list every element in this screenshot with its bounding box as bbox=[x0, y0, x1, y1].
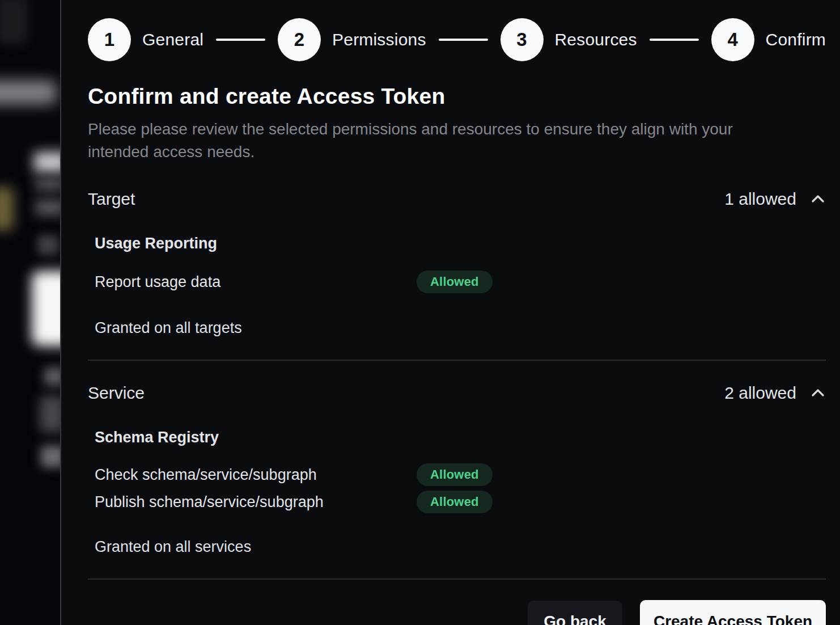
backdrop-blur-shape bbox=[35, 178, 60, 191]
permission-label: Check schema/service/subgraph bbox=[95, 466, 417, 484]
permission-label: Report usage data bbox=[95, 273, 417, 291]
step-number-circle: 3 bbox=[500, 18, 544, 61]
page-title: Confirm and create Access Token bbox=[88, 84, 826, 109]
step-confirm[interactable]: 4 Confirm bbox=[711, 18, 826, 61]
step-number-circle: 4 bbox=[711, 18, 754, 61]
step-general[interactable]: 1 General bbox=[88, 18, 203, 61]
permission-row: Report usage data Allowed bbox=[95, 271, 826, 293]
backdrop-blur-shape bbox=[37, 235, 59, 255]
backdrop-blur-shape bbox=[0, 81, 57, 104]
step-number-circle: 2 bbox=[278, 18, 321, 61]
section-target: Target 1 allowed Usage Reporting Report … bbox=[88, 163, 826, 361]
permission-row: Publish schema/service/subgraph Allowed bbox=[95, 491, 826, 513]
section-service-header[interactable]: Service 2 allowed bbox=[88, 383, 826, 403]
step-number-circle: 1 bbox=[88, 18, 131, 61]
step-label: General bbox=[142, 30, 203, 49]
chevron-up-icon[interactable] bbox=[810, 191, 826, 207]
stepper-connector bbox=[216, 39, 265, 41]
step-label: Resources bbox=[555, 30, 637, 49]
section-name: Service bbox=[88, 383, 145, 403]
section-service: Service 2 allowed Schema Registry Check … bbox=[88, 361, 826, 580]
create-access-token-button[interactable]: Create Access Token bbox=[640, 600, 826, 625]
permission-row: Check schema/service/subgraph Allowed bbox=[95, 463, 826, 486]
backdrop-blur-shape bbox=[44, 368, 60, 386]
backdrop-blur-shape bbox=[0, 0, 28, 44]
step-resources[interactable]: 3 Resources bbox=[500, 18, 637, 61]
page-subtitle: Please please review the selected permis… bbox=[88, 118, 791, 163]
step-label: Permissions bbox=[332, 30, 426, 49]
backdrop-blur-shape bbox=[35, 200, 60, 216]
section-name: Target bbox=[88, 189, 135, 209]
backdrop bbox=[0, 0, 60, 625]
granted-note: Granted on all services bbox=[95, 538, 826, 556]
status-badge: Allowed bbox=[417, 463, 493, 486]
allowed-count: 2 allowed bbox=[724, 383, 796, 403]
permission-group-usage-reporting: Usage Reporting Report usage data Allowe… bbox=[95, 235, 826, 293]
group-title: Usage Reporting bbox=[95, 235, 826, 252]
status-badge: Allowed bbox=[417, 271, 493, 293]
create-access-token-modal: 1 General 2 Permissions 3 Resources 4 Co… bbox=[60, 0, 840, 625]
chevron-up-icon[interactable] bbox=[810, 385, 826, 401]
stepper-connector bbox=[439, 39, 488, 41]
allowed-count: 1 allowed bbox=[724, 189, 796, 209]
section-target-header[interactable]: Target 1 allowed bbox=[88, 189, 826, 209]
granted-note: Granted on all targets bbox=[95, 319, 826, 337]
step-label: Confirm bbox=[766, 30, 826, 49]
backdrop-blur-shape bbox=[41, 446, 60, 467]
divider bbox=[88, 578, 826, 580]
step-permissions[interactable]: 2 Permissions bbox=[278, 18, 426, 61]
wizard-stepper: 1 General 2 Permissions 3 Resources 4 Co… bbox=[88, 18, 826, 61]
backdrop-blur-shape bbox=[0, 187, 14, 230]
permission-group-schema-registry: Schema Registry Check schema/service/sub… bbox=[95, 429, 826, 513]
backdrop-blur-shape bbox=[40, 396, 60, 432]
status-badge: Allowed bbox=[417, 491, 493, 513]
backdrop-blur-shape bbox=[34, 152, 60, 172]
group-title: Schema Registry bbox=[95, 429, 826, 446]
go-back-button[interactable]: Go back bbox=[528, 601, 622, 625]
stepper-connector bbox=[650, 39, 699, 41]
modal-footer: Go back Create Access Token bbox=[88, 600, 826, 625]
backdrop-blur-shape bbox=[32, 271, 60, 346]
permission-label: Publish schema/service/subgraph bbox=[95, 493, 417, 511]
